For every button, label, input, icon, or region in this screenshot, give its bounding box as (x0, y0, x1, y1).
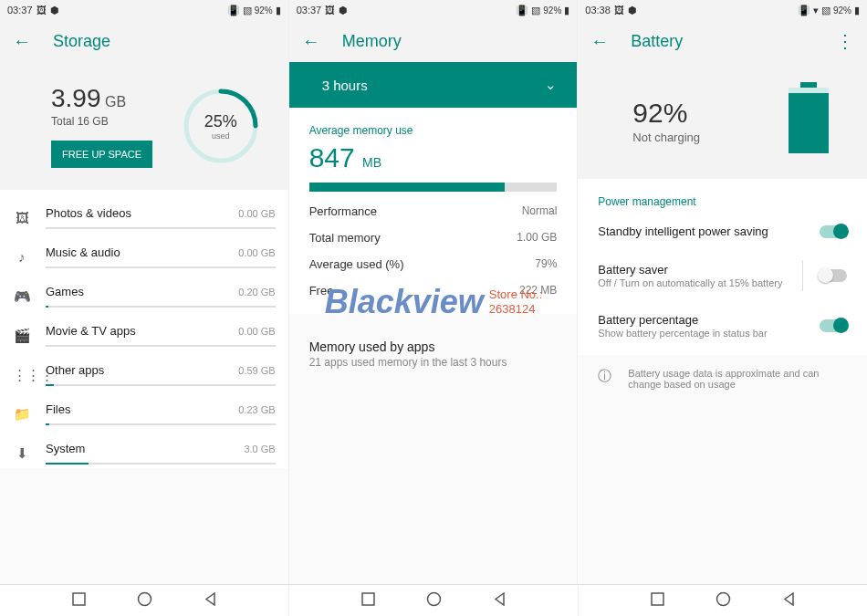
stat-label: Free (309, 284, 334, 298)
svg-point-3 (138, 592, 151, 605)
avg-mem-label: Average memory use (309, 124, 558, 137)
setting-sub: Off / Turn on automatically at 15% batte… (598, 277, 793, 288)
storage-item-size: 0.00 GB (238, 247, 275, 258)
toggle-switch[interactable] (820, 225, 847, 238)
no-sim-icon: ▧ (821, 5, 830, 16)
storage-item-size: 0.00 GB (238, 326, 275, 337)
category-icon: ⬇ (13, 445, 31, 462)
vibrate-icon: 📳 (798, 5, 810, 16)
avg-mem-unit: MB (362, 155, 381, 170)
battery-setting-row[interactable]: Standby intelligent power saving (598, 214, 847, 249)
nav-recent-button[interactable] (72, 592, 86, 610)
bug-icon: ⬢ (339, 5, 348, 16)
storage-used-value: 3.99 (51, 84, 101, 112)
storage-panel: 03:37 🖼 ⬢ 📳 ▧ 92% ▮ ← Storage 3.99 GB To… (0, 0, 289, 584)
battery-pct: 92% (632, 98, 700, 129)
battery-setting-row[interactable]: Battery percentage Show battery percenta… (598, 302, 847, 350)
storage-item-size: 0.23 GB (238, 404, 275, 415)
image-icon: 🖼 (37, 5, 47, 16)
category-icon: ♪ (13, 249, 31, 265)
battery-icon: ▮ (854, 5, 860, 16)
storage-item[interactable]: ♪ Music & audio 0.00 GB (0, 233, 288, 272)
storage-item[interactable]: 🎮 Games 0.20 GB (0, 272, 288, 311)
memory-summary: Average memory use 847 MB PerformanceNor… (289, 108, 578, 314)
status-battery-pct: 92% (543, 5, 561, 16)
storage-item-size: 0.20 GB (238, 287, 275, 298)
svg-rect-4 (362, 593, 374, 605)
app-header: ← Storage (0, 20, 288, 62)
battery-status: Not charging (632, 131, 700, 144)
back-arrow-icon[interactable]: ← (13, 31, 31, 52)
vibrate-icon: 📳 (227, 5, 240, 16)
status-bar: 03:37 🖼 ⬢ 📳 ▧ 92% ▮ (0, 0, 288, 20)
nav-back-button[interactable] (493, 592, 507, 610)
battery-icon: ▮ (564, 5, 569, 16)
mem-apps-title: Memory used by apps (309, 339, 558, 354)
bug-icon: ⬢ (50, 5, 59, 16)
category-icon: ⋮⋮⋮ (13, 367, 31, 383)
nav-home-button[interactable] (137, 591, 152, 611)
memory-panel: 03:37 🖼 ⬢ 📳 ▧ 92% ▮ ← Memory 3 hours ⌄ A… (289, 0, 579, 584)
storage-item[interactable]: 🎬 Movie & TV apps 0.00 GB (0, 311, 288, 350)
storage-item-title: Files (46, 402, 70, 416)
storage-ring: 25% used (181, 86, 261, 166)
back-arrow-icon[interactable]: ← (590, 31, 609, 52)
storage-used-unit: GB (105, 94, 126, 110)
nav-recent-button[interactable] (651, 592, 664, 610)
nav-back-button[interactable] (782, 592, 796, 610)
stat-label: Average used (%) (309, 257, 404, 271)
navigation-bar (0, 584, 867, 616)
stat-value: Normal (522, 204, 558, 218)
divider (802, 260, 803, 291)
no-sim-icon: ▧ (243, 5, 252, 16)
duration-dropdown[interactable]: 3 hours ⌄ (289, 62, 578, 108)
image-icon: 🖼 (614, 5, 624, 16)
storage-item[interactable]: 🖼 Photos & videos 0.00 GB (0, 193, 288, 233)
memory-bar (309, 183, 558, 192)
storage-list: 🖼 Photos & videos 0.00 GB ♪ Music & audi… (0, 190, 288, 468)
status-battery-pct: 92% (255, 5, 273, 16)
storage-total: Total 16 GB (51, 115, 153, 128)
nav-recent-button[interactable] (361, 592, 375, 610)
section-title: Power management (598, 195, 847, 208)
battery-large-icon (789, 88, 829, 153)
storage-item-size: 0.59 GB (238, 365, 275, 376)
storage-item-bar (46, 345, 276, 347)
app-header: ← Memory (289, 20, 578, 62)
storage-item-title: Photos & videos (46, 206, 131, 220)
stat-label: Total memory (309, 231, 381, 245)
stat-label: Performance (309, 204, 377, 218)
svg-rect-6 (652, 593, 663, 605)
storage-item-title: Music & audio (46, 245, 120, 259)
ring-label: used (204, 131, 237, 141)
more-icon[interactable]: ⋮ (836, 30, 854, 52)
status-battery-pct: 92% (833, 5, 851, 16)
storage-item[interactable]: 📁 Files 0.23 GB (0, 390, 288, 429)
storage-item[interactable]: ⋮⋮⋮ Other apps 0.59 GB (0, 350, 288, 390)
memory-by-apps[interactable]: Memory used by apps 21 apps used memory … (289, 314, 578, 394)
storage-item-bar (46, 306, 276, 308)
storage-item[interactable]: ⬇ System 3.0 GB (0, 429, 288, 468)
free-up-space-button[interactable]: FREE UP SPACE (51, 141, 152, 168)
toggle-switch[interactable] (820, 269, 847, 282)
storage-item-bar (46, 384, 276, 386)
no-sim-icon: ▧ (531, 5, 540, 16)
toggle-switch[interactable] (820, 319, 847, 332)
memory-stat-row: Free222 MB (309, 284, 558, 298)
storage-summary: 3.99 GB Total 16 GB FREE UP SPACE 25% us… (0, 62, 288, 190)
nav-home-button[interactable] (716, 591, 731, 611)
storage-item-bar (46, 463, 276, 465)
category-icon: 📁 (13, 406, 31, 423)
back-arrow-icon[interactable]: ← (302, 31, 320, 52)
setting-sub: Show battery percentage in status bar (598, 328, 810, 339)
nav-home-button[interactable] (426, 591, 442, 611)
nav-back-button[interactable] (204, 592, 217, 610)
page-title: Memory (342, 32, 565, 51)
svg-point-5 (427, 592, 440, 605)
setting-title: Standby intelligent power saving (598, 224, 810, 238)
memory-stat-row: Total memory1.00 GB (309, 231, 558, 245)
status-bar: 03:37 🖼 ⬢ 📳 ▧ 92% ▮ (289, 0, 578, 20)
battery-setting-row[interactable]: Battery saver Off / Turn on automaticall… (598, 249, 847, 302)
ring-pct: 25% (204, 112, 237, 131)
mem-apps-sub: 21 apps used memory in the last 3 hours (309, 356, 558, 369)
